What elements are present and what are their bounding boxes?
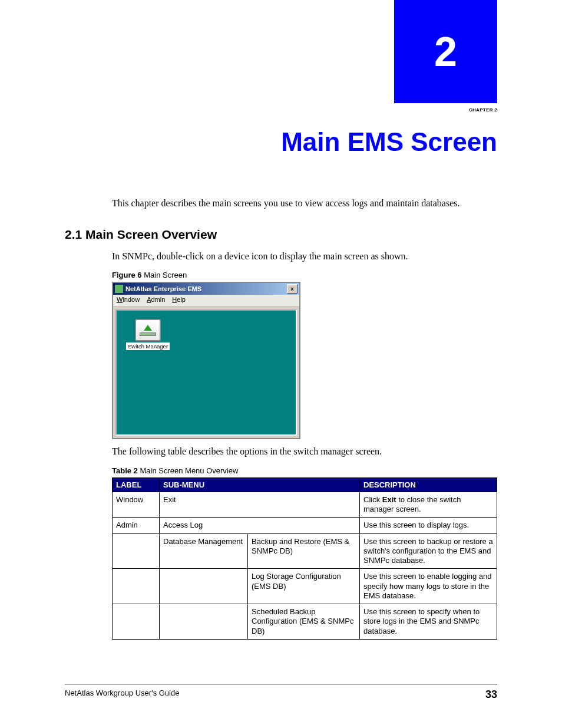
figure-caption: Figure 6 Main Screen xyxy=(112,271,497,279)
cell-label xyxy=(113,569,160,604)
cell-submenu-1 xyxy=(160,569,248,604)
cell-label: Window xyxy=(113,492,160,518)
window-titlebar: NetAtlas Enterprise EMS × xyxy=(113,283,299,295)
cell-description: Use this screen to display logs. xyxy=(360,518,497,533)
menu-bar: Window Admin Help xyxy=(113,295,299,307)
cell-description: Use this screen to backup or restore a s… xyxy=(360,533,497,569)
cell-description: Use this screen to enable logging and sp… xyxy=(360,569,497,604)
th-description: DESCRIPTION xyxy=(360,477,497,492)
figure-main-screen: NetAtlas Enterprise EMS × Window Admin H… xyxy=(112,282,300,439)
cell-submenu-1 xyxy=(160,604,248,640)
cell-description: Use this screen to specify when to store… xyxy=(360,604,497,640)
cell-label xyxy=(113,604,160,640)
table-caption-prefix: Table 2 xyxy=(112,466,138,475)
cell-label: Admin xyxy=(113,518,160,533)
cell-description: Click Exit to close the switch manager s… xyxy=(360,492,497,518)
cell-submenu: Access Log xyxy=(160,518,360,533)
chapter-title: Main EMS Screen xyxy=(65,127,497,157)
main-screen-menu-table: LABEL SUB-MENU DESCRIPTION Window Exit C… xyxy=(112,477,497,640)
device-icon xyxy=(135,319,161,341)
close-button[interactable]: × xyxy=(287,284,297,294)
close-icon: × xyxy=(290,286,294,292)
footer-page-number: 33 xyxy=(485,689,497,701)
cell-submenu-2: Scheduled Backup Configuration (EMS & SN… xyxy=(248,604,360,640)
cell-submenu-2: Backup and Restore (EMS & SNMPc DB) xyxy=(248,533,360,569)
chapter-label: CHAPTER 2 xyxy=(65,107,497,113)
table-row: Admin Access Log Use this screen to disp… xyxy=(113,518,497,533)
arrow-up-icon xyxy=(144,325,152,331)
chapter-number: 2 xyxy=(434,28,457,75)
cell-submenu: Exit xyxy=(160,492,360,518)
device-bar-icon xyxy=(140,332,156,336)
menu-admin[interactable]: Admin xyxy=(147,296,165,307)
menu-help[interactable]: Help xyxy=(172,296,186,307)
section-body-2: The following table describes the option… xyxy=(112,445,497,458)
footer-guide-title: NetAtlas Workgroup User's Guide xyxy=(65,689,179,701)
menu-window[interactable]: Window xyxy=(117,296,140,307)
table-caption: Table 2 Main Screen Menu Overview xyxy=(112,466,497,475)
chapter-number-tab: 2 xyxy=(394,0,497,103)
table-caption-text: Main Screen Menu Overview xyxy=(138,466,239,475)
window-client-area: Switch Manager xyxy=(115,309,297,436)
page-footer: NetAtlas Workgroup User's Guide 33 xyxy=(65,684,497,701)
cell-label xyxy=(113,533,160,569)
switch-manager-icon[interactable]: Switch Manager xyxy=(125,319,171,350)
figure-caption-prefix: Figure 6 xyxy=(112,271,142,279)
app-icon xyxy=(115,285,123,293)
cell-submenu-1: Database Management xyxy=(160,533,248,569)
th-label: LABEL xyxy=(113,477,160,492)
table-row: Database Management Backup and Restore (… xyxy=(113,533,497,569)
figure-caption-text: Main Screen xyxy=(142,271,187,279)
chapter-intro: This chapter describes the main screens … xyxy=(112,197,497,210)
window-title: NetAtlas Enterprise EMS xyxy=(125,285,287,292)
section-body-1: In SNMPc, double-click on a device icon … xyxy=(112,250,497,263)
table-row: Window Exit Click Exit to close the swit… xyxy=(113,492,497,518)
cell-submenu-2: Log Storage Configuration (EMS DB) xyxy=(248,569,360,604)
section-heading: 2.1 Main Screen Overview xyxy=(65,228,497,242)
th-submenu: SUB-MENU xyxy=(160,477,360,492)
table-row: Scheduled Backup Configuration (EMS & SN… xyxy=(113,604,497,640)
table-row: Log Storage Configuration (EMS DB) Use t… xyxy=(113,569,497,604)
table-header-row: LABEL SUB-MENU DESCRIPTION xyxy=(113,477,497,492)
switch-manager-label: Switch Manager xyxy=(126,342,170,350)
